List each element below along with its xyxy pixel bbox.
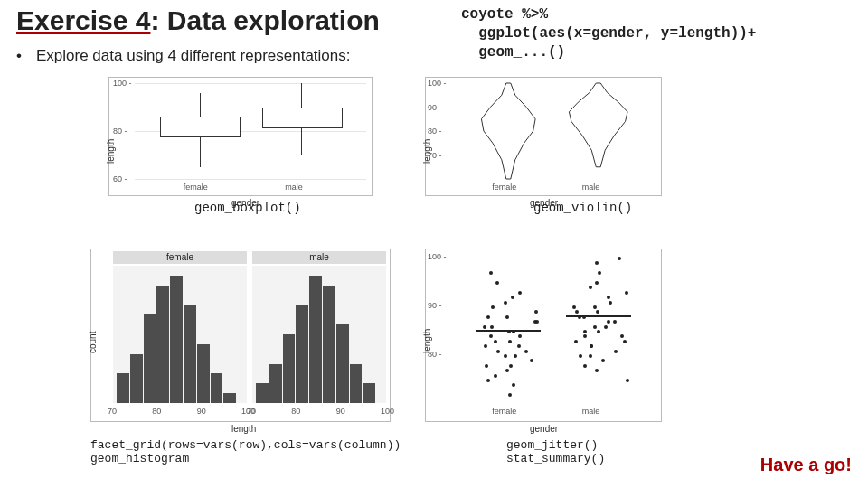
hist-xlabel: length (231, 424, 256, 434)
jitter-label: geom_jitter() stat_summary() (506, 438, 605, 465)
code-block: coyote %>% ggplot(aes(x=gender, y=length… (461, 5, 756, 61)
bullet-icon: • (16, 47, 36, 65)
hist-ylabel: count (88, 332, 98, 353)
have-a-go: Have a go! (760, 455, 852, 475)
slide-title: Exercise 4: Data exploration (16, 5, 380, 36)
jitter-chart: length gender 80 -90 -100 -femalemale (425, 249, 662, 422)
hist-label: facet_grid(rows=vars(row),cols=vars(colu… (90, 438, 401, 465)
violin-chart: length gender 70 -80 -90 -100 -femalemal… (425, 77, 662, 196)
boxplot-chart: length gender 60 -80 -100 -femalemale (108, 77, 373, 196)
histogram-chart: count length female708090100male70809010… (90, 249, 391, 422)
title-exercise: Exercise 4 (16, 5, 150, 35)
bullet-text: Explore data using 4 different represent… (36, 47, 350, 64)
jitter-xlabel: gender (530, 424, 558, 434)
boxplot-label: geom_boxplot() (194, 201, 301, 215)
bullet-line: •Explore data using 4 different represen… (16, 47, 350, 65)
boxplot-ylabel: length (106, 139, 116, 164)
title-rest: : Data exploration (150, 5, 379, 35)
violin-label: geom_violin() (533, 201, 632, 215)
